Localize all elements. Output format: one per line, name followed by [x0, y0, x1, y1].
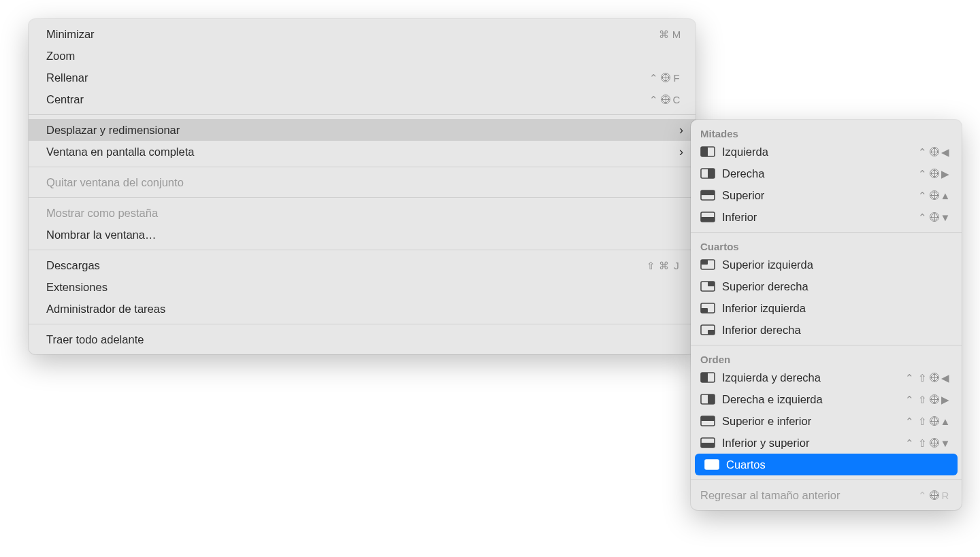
shortcut: ⇧⌘J	[645, 260, 683, 271]
menu-item-downloads[interactable]: Descargas⇧⌘J	[29, 254, 696, 276]
menu-item-center[interactable]: Centrar⌃C	[29, 88, 696, 110]
cmd-glyph: ⌘	[658, 29, 670, 39]
submenu-section-header: Mitades	[691, 124, 962, 141]
svg-rect-15	[708, 330, 715, 335]
svg-rect-17	[701, 373, 708, 382]
menu-item-task-manager[interactable]: Administrador de tareas	[29, 298, 696, 320]
globe-icon	[930, 190, 939, 200]
menu-item-q-tr[interactable]: Superior derecha	[691, 275, 962, 297]
shift-glyph: ⇧	[917, 394, 929, 405]
menu-item-label: Derecha	[722, 166, 917, 181]
menu-item-q-br[interactable]: Inferior derecha	[691, 319, 962, 341]
rect-bl-icon	[700, 303, 715, 314]
move-resize-submenu[interactable]: MitadesIzquierda⌃◀Derecha⌃▶Superior⌃▲Inf…	[691, 120, 962, 510]
svg-rect-7	[701, 217, 715, 222]
globe-icon	[661, 73, 670, 82]
up-glyph: ▲	[940, 416, 952, 426]
menu-separator	[691, 345, 962, 345]
shift-glyph: ⇧	[917, 416, 929, 426]
svg-rect-1	[701, 147, 708, 156]
menu-item-arr-rl[interactable]: Derecha e izquierda⌃⇧▶	[691, 388, 962, 410]
window-position-icon	[700, 437, 715, 448]
shortcut: ⌃⇧▶	[904, 394, 952, 405]
menu-item-extensions[interactable]: Extensiones	[29, 276, 696, 298]
menu-item-label: Administrador de tareas	[46, 301, 683, 316]
F-glyph: F	[671, 73, 683, 83]
rect-right-icon	[700, 394, 715, 405]
rect-tl-icon	[700, 259, 715, 270]
chevron-right-icon: ›	[679, 122, 683, 137]
window-position-icon	[700, 416, 715, 426]
menu-item-q-tl[interactable]: Superior izquierda	[691, 254, 962, 275]
svg-rect-30	[712, 465, 719, 469]
shortcut: ⌃◀	[917, 147, 952, 157]
menu-item-label: Nombrar la ventana…	[46, 227, 683, 242]
svg-rect-27	[705, 460, 712, 465]
svg-rect-13	[701, 308, 708, 313]
menu-item-label: Regresar al tamaño anterior	[700, 488, 917, 503]
rect-left-icon	[700, 146, 715, 157]
menu-item-zoom[interactable]: Zoom	[29, 45, 696, 67]
M-glyph: M	[671, 29, 683, 39]
cmd-glyph: ⌘	[658, 260, 670, 271]
menu-item-move-resize[interactable]: Desplazar y redimensionar›	[29, 119, 696, 141]
menu-separator	[691, 232, 962, 233]
down-glyph: ▼	[940, 212, 952, 222]
menu-item-q-bl[interactable]: Inferior izquierda	[691, 297, 962, 319]
svg-rect-29	[705, 465, 712, 469]
menu-item-arr-bt[interactable]: Inferior y superior⌃⇧▼	[691, 432, 962, 454]
ctrl-glyph: ⌃	[917, 190, 929, 201]
menu-item-minimize[interactable]: Minimizar⌘M	[29, 23, 696, 45]
menu-item-half-right[interactable]: Derecha⌃▶	[691, 163, 962, 184]
ctrl-glyph: ⌃	[917, 147, 929, 157]
window-position-icon	[700, 324, 715, 335]
submenu-section-header: Orden	[691, 350, 962, 367]
svg-rect-3	[708, 169, 715, 178]
window-position-icon	[704, 459, 719, 470]
menu-item-label: Rellenar	[46, 70, 648, 85]
window-position-icon	[700, 281, 715, 292]
menu-item-label: Superior derecha	[722, 279, 952, 294]
shortcut: ⌃▲	[917, 190, 952, 201]
svg-rect-11	[708, 282, 715, 286]
menu-item-arr-quarters[interactable]: Cuartos	[695, 454, 958, 475]
shortcut: ⌃F	[648, 73, 683, 83]
window-menu[interactable]: Minimizar⌘MZoomRellenar⌃FCentrar⌃CDespla…	[29, 19, 696, 354]
menu-separator	[29, 197, 696, 198]
rect-tr-icon	[700, 281, 715, 292]
ctrl-glyph: ⌃	[917, 169, 929, 179]
up-glyph: ▲	[940, 190, 952, 201]
down-glyph: ▼	[940, 438, 952, 448]
menu-item-bring-all-front[interactable]: Traer todo adelante	[29, 328, 696, 350]
shortcut: ⌃C	[648, 95, 683, 105]
svg-rect-9	[701, 260, 708, 265]
rect-left-icon	[700, 372, 715, 383]
menu-item-half-top[interactable]: Superior⌃▲	[691, 184, 962, 206]
menu-item-label: Inferior izquierda	[722, 301, 952, 316]
shift-glyph: ⇧	[645, 260, 657, 271]
menu-item-label: Minimizar	[46, 27, 658, 41]
window-position-icon	[700, 303, 715, 314]
menu-item-name-window[interactable]: Nombrar la ventana…	[29, 224, 696, 246]
menu-item-label: Cuartos	[726, 457, 948, 472]
menu-item-arr-lr[interactable]: Izquierda y derecha⌃⇧◀	[691, 367, 962, 388]
menu-item-label: Superior e inferior	[722, 413, 904, 428]
menu-item-fill[interactable]: Rellenar⌃F	[29, 67, 696, 88]
globe-icon	[930, 212, 939, 222]
rect-bottom-icon	[700, 212, 715, 222]
menu-item-half-bottom[interactable]: Inferior⌃▼	[691, 206, 962, 228]
menu-item-arr-tb[interactable]: Superior e inferior⌃⇧▲	[691, 410, 962, 432]
menu-item-fullscreen[interactable]: Ventana en pantalla completa›	[29, 141, 696, 163]
rect-top-icon	[700, 416, 715, 426]
menu-item-label: Descargas	[46, 258, 645, 273]
shortcut: ⌃R	[917, 490, 952, 501]
menu-item-label: Izquierda	[722, 144, 917, 159]
menu-item-half-left[interactable]: Izquierda⌃◀	[691, 141, 962, 163]
rect-bottom-icon	[700, 437, 715, 448]
ctrl-glyph: ⌃	[648, 73, 660, 83]
menu-item-label: Ventana en pantalla completa	[46, 144, 674, 159]
ctrl-glyph: ⌃	[904, 416, 916, 426]
menu-separator	[29, 324, 696, 324]
right-glyph: ▶	[940, 169, 952, 179]
menu-item-label: Superior izquierda	[722, 257, 952, 272]
